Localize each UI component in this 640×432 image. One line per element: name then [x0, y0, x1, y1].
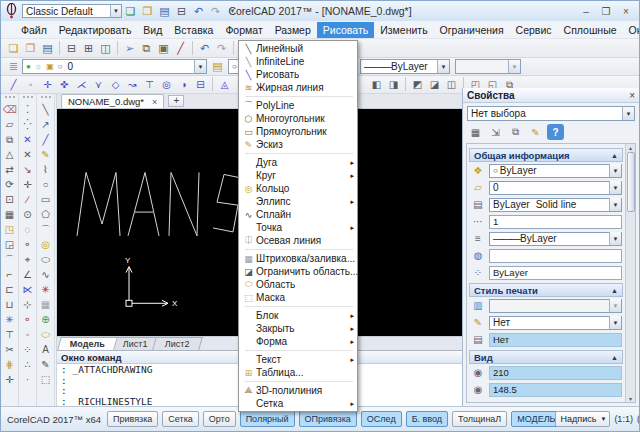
menu-item-polygon[interactable]: ⬡ Многоугольник [239, 112, 357, 125]
snap-settings-icon[interactable]: ⁚ [20, 102, 36, 117]
sep[interactable] [405, 77, 406, 91]
trim-icon[interactable]: ◲ [2, 237, 18, 252]
entity-snap-icon[interactable]: ╱ [5, 77, 22, 93]
arc-icon[interactable]: ⌒ [38, 222, 54, 237]
text-icon[interactable]: A [38, 342, 54, 357]
workspace-select[interactable]: Classic Default ▼ [22, 4, 122, 18]
layer-props-icon[interactable]: ▤ [209, 59, 226, 75]
print-preview-icon[interactable]: ⊞ [80, 40, 97, 56]
menu-item-ring[interactable]: ◎ Кольцо [239, 182, 357, 195]
polyline-icon[interactable]: ⌇ [38, 162, 54, 177]
select-matching-icon[interactable]: ⧉ [507, 124, 524, 140]
sketch-icon[interactable]: ✎ [38, 147, 54, 162]
toolbar-grip[interactable] [41, 96, 51, 100]
snap-tri-icon[interactable]: ∴ [20, 357, 36, 372]
snap-angle-icon[interactable]: ⋌ [73, 77, 90, 93]
quick-select-icon[interactable]: ⇲ [487, 124, 504, 140]
snap-move-icon[interactable]: ✛ [39, 77, 56, 93]
mask-icon[interactable]: ⬚ [38, 372, 54, 387]
toolbar-grip[interactable] [5, 96, 15, 100]
snap-grid-icon[interactable]: ⁛ [20, 117, 36, 132]
toggle-grid[interactable]: Сетка [162, 411, 198, 427]
layer-freeze-icon[interactable]: ◩ [409, 77, 426, 93]
menu-item-spline[interactable]: ∿ Сплайн [239, 208, 357, 221]
snap-x1-icon[interactable]: ✕ [20, 132, 36, 147]
snap-dot-icon[interactable]: ⚬ [20, 237, 36, 252]
menu-item-centerline[interactable]: ⎅ Осевая линия [239, 234, 357, 247]
print-icon[interactable]: ⊟ [173, 3, 190, 19]
layer-combo[interactable]: ●☼▣○ 0 ▼ [22, 59, 207, 74]
open-icon[interactable]: ❐ [139, 3, 156, 19]
menu-item-polyline[interactable]: ⌒ PolyLine [239, 99, 357, 112]
hatch-icon[interactable]: ▦ [38, 297, 54, 312]
line-icon[interactable]: ╲ [38, 102, 54, 117]
collapse-icon[interactable]: ▲ [611, 354, 618, 361]
menu-tools[interactable]: Сервис [510, 22, 558, 38]
layer-isolate-icon[interactable]: ◨ [385, 77, 402, 93]
sep[interactable] [192, 41, 193, 55]
layer-thaw-all-icon[interactable]: ◫ [443, 77, 460, 93]
new-icon[interactable]: ❏ [5, 40, 22, 56]
select-entities-icon[interactable]: ▦ [467, 124, 484, 140]
snap-circle-icon[interactable]: ⊙ [20, 207, 36, 222]
toggle-snap[interactable]: Привязка [107, 411, 158, 427]
copy-icon[interactable]: ▱ [2, 117, 18, 132]
paste-icon[interactable]: ▣ [155, 40, 172, 56]
snap-quadrant-icon[interactable]: ◇ [107, 77, 124, 93]
new-icon[interactable]: ❏ [122, 3, 139, 19]
scroll-up-icon[interactable]: ▴ [629, 144, 632, 151]
menu-format[interactable]: Формат [219, 22, 268, 38]
menu-item-circle[interactable]: Круг [239, 169, 357, 182]
toggle-ortho[interactable]: Орто [203, 411, 236, 427]
region-icon[interactable]: ⊕ [38, 312, 54, 327]
undo-icon[interactable]: ↶ [196, 40, 213, 56]
menu-modify[interactable]: Изменить [374, 22, 433, 38]
menu-constraints[interactable]: Ограничения [434, 22, 510, 38]
help-icon[interactable]: ? [547, 124, 564, 140]
chevron-down-icon[interactable]: ▼ [622, 107, 634, 120]
menu-file[interactable]: Файл [15, 22, 53, 38]
open-icon[interactable]: ❐ [22, 40, 39, 56]
menu-item-rectangle[interactable]: ▭ Прямоугольник [239, 125, 357, 138]
customize-icon[interactable]: ✎ [527, 124, 544, 140]
snap-plus-icon[interactable]: ✛ [20, 177, 36, 192]
print-style-select[interactable]: Нет ▼ [489, 316, 622, 330]
sep[interactable] [212, 77, 213, 91]
menu-item-shape[interactable]: Форма [239, 335, 357, 348]
polygon-icon[interactable]: ⬠ [38, 207, 54, 222]
menu-item-clip-region[interactable]: ◪ Ограничить область... [239, 265, 357, 278]
ring-icon[interactable]: ◎ [38, 237, 54, 252]
collapse-icon[interactable]: ▲ [611, 287, 618, 294]
toggle-quick-input[interactable]: Б. ввод [406, 411, 448, 427]
snap-intersection-icon[interactable]: ⋎ [90, 77, 107, 93]
scale-icon[interactable]: ⊡ [2, 192, 18, 207]
menu-solids[interactable]: Сплошные [558, 22, 623, 38]
chevron-down-icon[interactable]: ▼ [609, 164, 621, 177]
linetype-select[interactable]: ByLayer Solid line ▼ [489, 198, 622, 212]
area-icon[interactable]: ⬭ [38, 327, 54, 342]
page-setup-icon[interactable]: ◫ [97, 40, 114, 56]
redo-icon[interactable]: ↷ [207, 3, 224, 19]
snap-target-icon[interactable]: ⌖ [20, 252, 36, 267]
menu-edit[interactable]: Редактировать [53, 22, 138, 38]
chevron-down-icon[interactable]: ▼ [110, 5, 121, 17]
note-icon[interactable]: ✎ [38, 357, 54, 372]
print-color-select[interactable]: ▼ [489, 299, 622, 313]
menu-item-3d-polyline[interactable]: ⟁ 3D-полилиния [239, 384, 357, 397]
chevron-down-icon[interactable]: ▼ [194, 60, 206, 73]
extend-icon[interactable]: ⌒ [2, 252, 18, 267]
menu-item-sketch[interactable]: ✎ Эскиз [239, 138, 357, 151]
scrollbar-thumb[interactable] [627, 152, 635, 212]
snap-from-icon[interactable]: ◬ [216, 77, 233, 93]
restore-button[interactable]: ❐ [597, 4, 615, 18]
menu-item-richline[interactable]: ≋ Жирная линия [239, 81, 357, 94]
toolbar-overflow-icon[interactable]: ▾ [224, 3, 241, 19]
snap-point-icon[interactable]: ⚬ [20, 312, 36, 327]
snap-tangent-icon[interactable]: ↝ [124, 77, 141, 93]
linetype-scale-input[interactable]: 1 [489, 215, 622, 229]
layer-manager-icon[interactable]: ≣ [5, 59, 22, 75]
menu-item-ellipse[interactable]: Эллипс [239, 195, 357, 208]
snap-star-icon[interactable]: ⊹ [20, 297, 36, 312]
point-icon[interactable]: ✳ [38, 282, 54, 297]
toggle-polar[interactable]: Полярный [240, 411, 295, 427]
